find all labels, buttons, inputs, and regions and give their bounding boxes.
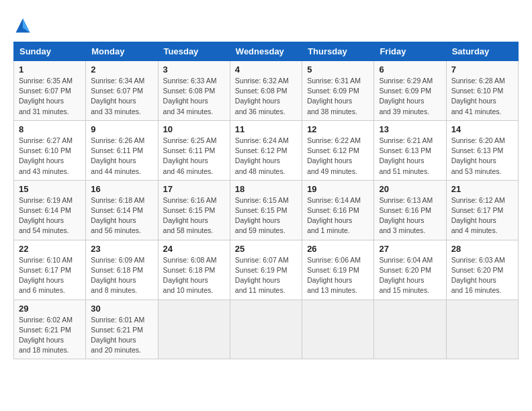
weekday-header: Monday <box>86 42 158 61</box>
day-info: Sunrise: 6:29 AMSunset: 6:09 PMDaylight … <box>379 76 441 117</box>
day-info: Sunrise: 6:20 AMSunset: 6:13 PMDaylight … <box>451 136 513 177</box>
day-number: 6 <box>379 64 441 75</box>
day-number: 8 <box>19 124 81 134</box>
calendar-cell <box>374 300 446 359</box>
day-info: Sunrise: 6:02 AMSunset: 6:21 PMDaylight … <box>19 315 81 356</box>
calendar-cell: 25Sunrise: 6:07 AMSunset: 6:19 PMDayligh… <box>230 240 302 300</box>
day-number: 16 <box>91 184 152 194</box>
day-number: 1 <box>19 64 81 75</box>
calendar-cell: 11Sunrise: 6:24 AMSunset: 6:12 PMDayligh… <box>230 120 302 180</box>
day-number: 20 <box>379 184 441 194</box>
calendar-cell: 4Sunrise: 6:32 AMSunset: 6:08 PMDaylight… <box>230 61 302 121</box>
day-number: 28 <box>451 244 513 254</box>
calendar-cell: 20Sunrise: 6:13 AMSunset: 6:16 PMDayligh… <box>374 180 446 240</box>
day-info: Sunrise: 6:19 AMSunset: 6:14 PMDaylight … <box>19 195 81 236</box>
calendar-cell: 30Sunrise: 6:01 AMSunset: 6:21 PMDayligh… <box>86 300 158 359</box>
day-number: 7 <box>451 64 513 75</box>
calendar-cell: 24Sunrise: 6:08 AMSunset: 6:18 PMDayligh… <box>158 240 230 300</box>
calendar-cell: 23Sunrise: 6:09 AMSunset: 6:18 PMDayligh… <box>86 240 158 300</box>
calendar-cell: 29Sunrise: 6:02 AMSunset: 6:21 PMDayligh… <box>14 300 86 359</box>
day-info: Sunrise: 6:10 AMSunset: 6:17 PMDaylight … <box>19 255 81 296</box>
day-number: 13 <box>379 124 441 134</box>
calendar-week-row: 1Sunrise: 6:35 AMSunset: 6:07 PMDaylight… <box>14 61 519 121</box>
calendar-week-row: 22Sunrise: 6:10 AMSunset: 6:17 PMDayligh… <box>14 240 519 300</box>
day-info: Sunrise: 6:32 AMSunset: 6:08 PMDaylight … <box>235 76 297 117</box>
calendar-cell: 10Sunrise: 6:25 AMSunset: 6:11 PMDayligh… <box>158 120 230 180</box>
calendar-cell: 8Sunrise: 6:27 AMSunset: 6:10 PMDaylight… <box>14 120 86 180</box>
calendar-cell <box>302 300 374 359</box>
day-info: Sunrise: 6:33 AMSunset: 6:08 PMDaylight … <box>163 76 225 117</box>
day-info: Sunrise: 6:04 AMSunset: 6:20 PMDaylight … <box>379 255 441 296</box>
day-info: Sunrise: 6:35 AMSunset: 6:07 PMDaylight … <box>19 76 81 117</box>
day-info: Sunrise: 6:09 AMSunset: 6:18 PMDaylight … <box>91 255 152 296</box>
day-number: 14 <box>451 124 513 134</box>
day-info: Sunrise: 6:12 AMSunset: 6:17 PMDaylight … <box>451 195 513 236</box>
calendar-cell: 13Sunrise: 6:21 AMSunset: 6:13 PMDayligh… <box>374 120 446 180</box>
calendar-cell: 17Sunrise: 6:16 AMSunset: 6:15 PMDayligh… <box>158 180 230 240</box>
day-info: Sunrise: 6:24 AMSunset: 6:12 PMDaylight … <box>235 136 297 177</box>
calendar-cell: 5Sunrise: 6:31 AMSunset: 6:09 PMDaylight… <box>302 61 374 121</box>
day-info: Sunrise: 6:16 AMSunset: 6:15 PMDaylight … <box>163 195 225 236</box>
day-number: 29 <box>19 304 81 314</box>
day-info: Sunrise: 6:31 AMSunset: 6:09 PMDaylight … <box>307 76 369 117</box>
weekday-header: Saturday <box>446 42 518 61</box>
day-number: 18 <box>235 184 297 194</box>
day-number: 5 <box>307 64 369 75</box>
day-info: Sunrise: 6:03 AMSunset: 6:20 PMDaylight … <box>451 255 513 296</box>
calendar-cell: 12Sunrise: 6:22 AMSunset: 6:12 PMDayligh… <box>302 120 374 180</box>
day-number: 22 <box>19 244 81 254</box>
calendar-cell: 14Sunrise: 6:20 AMSunset: 6:13 PMDayligh… <box>446 120 518 180</box>
calendar-cell: 2Sunrise: 6:34 AMSunset: 6:07 PMDaylight… <box>86 61 158 121</box>
day-number: 21 <box>451 184 513 194</box>
day-info: Sunrise: 6:28 AMSunset: 6:10 PMDaylight … <box>451 76 513 117</box>
calendar-cell: 16Sunrise: 6:18 AMSunset: 6:14 PMDayligh… <box>86 180 158 240</box>
weekday-header: Friday <box>374 42 446 61</box>
calendar-cell: 21Sunrise: 6:12 AMSunset: 6:17 PMDayligh… <box>446 180 518 240</box>
day-number: 23 <box>91 244 152 254</box>
weekday-header: Sunday <box>14 42 86 61</box>
calendar-cell: 15Sunrise: 6:19 AMSunset: 6:14 PMDayligh… <box>14 180 86 240</box>
day-number: 15 <box>19 184 81 194</box>
day-info: Sunrise: 6:15 AMSunset: 6:15 PMDaylight … <box>235 195 297 236</box>
day-number: 26 <box>307 244 369 254</box>
day-number: 27 <box>379 244 441 254</box>
day-number: 30 <box>91 304 152 314</box>
calendar-cell: 28Sunrise: 6:03 AMSunset: 6:20 PMDayligh… <box>446 240 518 300</box>
day-info: Sunrise: 6:21 AMSunset: 6:13 PMDaylight … <box>379 136 441 177</box>
logo-icon <box>13 16 32 35</box>
calendar-cell: 19Sunrise: 6:14 AMSunset: 6:16 PMDayligh… <box>302 180 374 240</box>
calendar-cell <box>158 300 230 359</box>
day-number: 9 <box>91 124 152 134</box>
day-number: 10 <box>163 124 225 134</box>
day-number: 19 <box>307 184 369 194</box>
weekday-header: Wednesday <box>230 42 302 61</box>
calendar-week-row: 8Sunrise: 6:27 AMSunset: 6:10 PMDaylight… <box>14 120 519 180</box>
calendar-week-row: 29Sunrise: 6:02 AMSunset: 6:21 PMDayligh… <box>14 300 519 359</box>
day-number: 25 <box>235 244 297 254</box>
calendar-cell: 7Sunrise: 6:28 AMSunset: 6:10 PMDaylight… <box>446 61 518 121</box>
day-number: 4 <box>235 64 297 75</box>
calendar-cell: 18Sunrise: 6:15 AMSunset: 6:15 PMDayligh… <box>230 180 302 240</box>
logo <box>13 16 35 35</box>
calendar-cell: 6Sunrise: 6:29 AMSunset: 6:09 PMDaylight… <box>374 61 446 121</box>
calendar-cell: 26Sunrise: 6:06 AMSunset: 6:19 PMDayligh… <box>302 240 374 300</box>
calendar-cell: 22Sunrise: 6:10 AMSunset: 6:17 PMDayligh… <box>14 240 86 300</box>
day-number: 3 <box>163 64 225 75</box>
day-number: 24 <box>163 244 225 254</box>
calendar-cell <box>230 300 302 359</box>
day-info: Sunrise: 6:14 AMSunset: 6:16 PMDaylight … <box>307 195 369 236</box>
calendar-cell: 9Sunrise: 6:26 AMSunset: 6:11 PMDaylight… <box>86 120 158 180</box>
calendar-cell: 27Sunrise: 6:04 AMSunset: 6:20 PMDayligh… <box>374 240 446 300</box>
day-number: 17 <box>163 184 225 194</box>
page-header <box>13 13 519 35</box>
day-info: Sunrise: 6:26 AMSunset: 6:11 PMDaylight … <box>91 136 152 177</box>
day-info: Sunrise: 6:01 AMSunset: 6:21 PMDaylight … <box>91 315 152 356</box>
day-info: Sunrise: 6:07 AMSunset: 6:19 PMDaylight … <box>235 255 297 296</box>
calendar-cell <box>446 300 518 359</box>
day-number: 2 <box>91 64 152 75</box>
day-info: Sunrise: 6:25 AMSunset: 6:11 PMDaylight … <box>163 136 225 177</box>
day-number: 12 <box>307 124 369 134</box>
day-info: Sunrise: 6:22 AMSunset: 6:12 PMDaylight … <box>307 136 369 177</box>
calendar-cell: 3Sunrise: 6:33 AMSunset: 6:08 PMDaylight… <box>158 61 230 121</box>
day-info: Sunrise: 6:34 AMSunset: 6:07 PMDaylight … <box>91 76 152 117</box>
